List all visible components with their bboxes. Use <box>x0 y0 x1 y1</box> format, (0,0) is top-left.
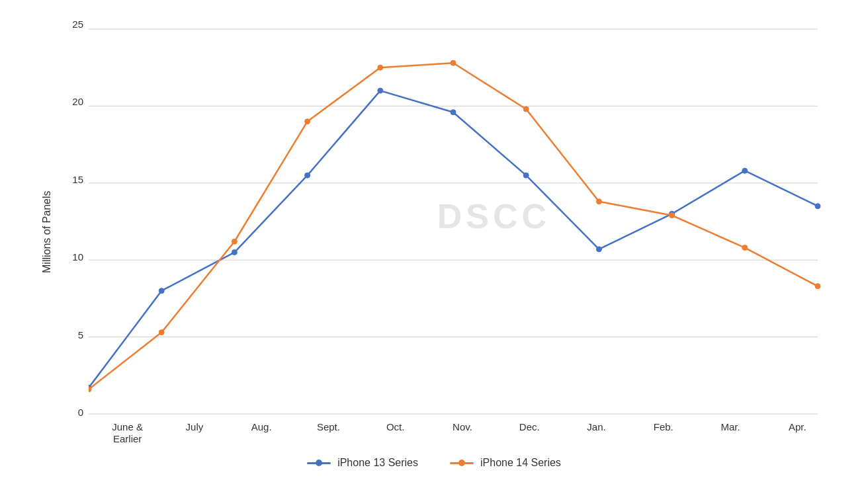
legend-item: iPhone 14 Series <box>450 457 561 469</box>
svg-point-15 <box>742 168 748 173</box>
legend-label: iPhone 13 Series <box>337 457 418 469</box>
x-tick-label: Aug. <box>228 421 295 445</box>
chart-inner: 0510152025 DSCC June &EarlierJulyAug.Sep… <box>62 19 831 445</box>
svg-point-26 <box>742 245 748 251</box>
svg-point-10 <box>378 88 383 93</box>
svg-point-21 <box>378 65 383 70</box>
svg-point-12 <box>523 173 529 178</box>
svg-point-16 <box>815 204 820 209</box>
x-tick-label: July <box>161 421 228 445</box>
x-tick-label: Feb. <box>630 421 697 445</box>
x-tick-label: June &Earlier <box>94 421 161 445</box>
svg-point-23 <box>523 106 529 112</box>
x-axis-labels: June &EarlierJulyAug.Sept.Oct.Nov.Dec.Ja… <box>94 417 831 445</box>
x-tick-label: Mar. <box>697 421 763 445</box>
svg-point-17 <box>89 387 91 392</box>
x-tick-label: Dec. <box>496 421 563 445</box>
legend-label: iPhone 14 Series <box>480 457 561 469</box>
svg-point-20 <box>305 119 310 124</box>
chart-svg <box>89 19 831 417</box>
y-tick-label: 15 <box>72 175 83 184</box>
svg-point-9 <box>305 173 310 178</box>
y-tick-label: 10 <box>72 252 83 262</box>
legend-line <box>450 462 474 464</box>
plot-area: DSCC <box>89 19 831 417</box>
y-axis-label: Millions of Panels <box>37 19 57 445</box>
x-tick-label: Nov. <box>429 421 496 445</box>
svg-point-18 <box>159 330 164 335</box>
chart-area: Millions of Panels 0510152025 DSCC June … <box>37 19 831 445</box>
y-tick-label: 0 <box>78 407 83 417</box>
x-tick-label: Oct. <box>362 421 429 445</box>
svg-point-25 <box>670 213 675 218</box>
svg-point-11 <box>451 110 456 115</box>
legend-line <box>307 462 331 464</box>
chart-container: Millions of Panels 0510152025 DSCC June … <box>37 19 831 469</box>
y-tick-label: 25 <box>72 19 83 29</box>
x-tick-label: Sept. <box>295 421 362 445</box>
x-tick-label: Apr. <box>764 421 831 445</box>
plot-and-yaxis: 0510152025 DSCC <box>62 19 831 417</box>
svg-point-7 <box>159 288 164 294</box>
svg-point-19 <box>232 239 237 244</box>
svg-point-22 <box>451 60 456 65</box>
svg-point-27 <box>815 284 820 289</box>
y-tick-label: 20 <box>72 97 83 106</box>
x-tick-label: Jan. <box>563 421 630 445</box>
y-tick-label: 5 <box>78 330 83 340</box>
legend: iPhone 13 SeriesiPhone 14 Series <box>37 457 831 469</box>
svg-point-13 <box>596 247 601 252</box>
legend-item: iPhone 13 Series <box>307 457 418 469</box>
svg-point-8 <box>232 250 237 255</box>
svg-point-24 <box>596 199 601 204</box>
y-ticks: 0510152025 <box>62 19 89 417</box>
